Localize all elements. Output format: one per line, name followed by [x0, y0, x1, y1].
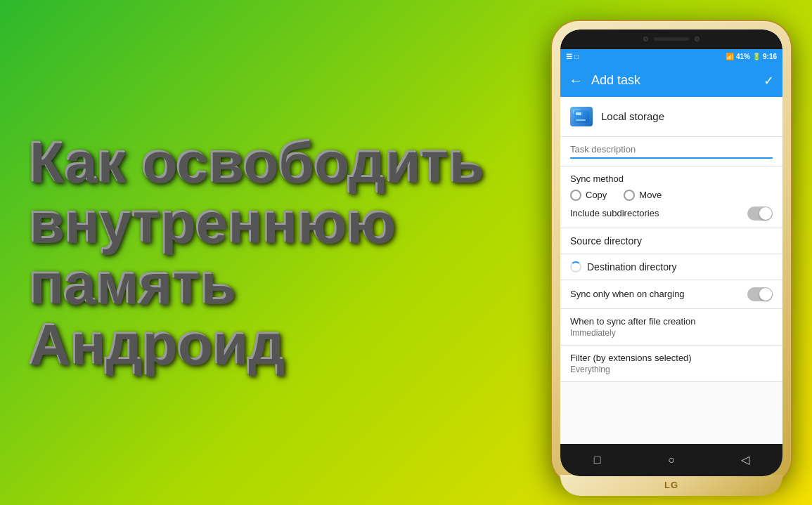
task-description-input[interactable]	[570, 141, 773, 159]
left-text-area: Как освободить внутреннюю память Андроид	[0, 110, 545, 394]
sync-method-title: Sync method	[570, 173, 773, 184]
main-heading: Как освободить внутреннюю память Андроид	[28, 131, 531, 373]
nav-home-button[interactable]: ○	[659, 447, 684, 473]
phone-screen: ☰ □ 📶 41% 🔋 9:16 ← Add task ✓	[560, 29, 782, 476]
when-sync-title: When to sync after file creation	[570, 316, 773, 327]
status-left-icons: ☰ □	[566, 53, 579, 60]
phone-bottom: LG	[560, 475, 782, 496]
sync-charging-label: Sync only when on charging	[570, 289, 685, 299]
subdirectory-label: Include subdirectories	[570, 208, 659, 218]
source-directory-section[interactable]: Source directory	[560, 228, 782, 254]
radio-copy-circle[interactable]	[570, 190, 581, 201]
charging-toggle[interactable]	[747, 287, 773, 301]
local-storage-section: Local storage	[560, 97, 782, 137]
when-sync-value: Immediately	[570, 328, 773, 338]
notification-icon: ☰	[566, 53, 572, 60]
sync-charging-row: Sync only when on charging	[560, 280, 782, 309]
speaker-bar	[654, 37, 689, 41]
loading-spinner-icon	[570, 261, 581, 273]
filter-value: Everything	[570, 365, 773, 374]
nav-back-button[interactable]: ◁	[733, 447, 758, 473]
filter-section[interactable]: Filter (by extensions selected) Everythi…	[560, 346, 782, 382]
back-button[interactable]: ←	[569, 72, 583, 88]
subdirectory-toggle[interactable]	[747, 206, 773, 221]
task-description-section[interactable]	[560, 137, 782, 166]
app-title: Add task	[591, 73, 755, 88]
camera-dot-right	[695, 37, 700, 41]
time-display: 9:16	[763, 53, 777, 60]
app-content: Local storage Sync method Copy	[560, 97, 782, 444]
when-sync-section[interactable]: When to sync after file creation Immedia…	[560, 309, 782, 346]
battery-icon: 🔋	[752, 53, 761, 60]
destination-directory-section[interactable]: Destination directory	[560, 254, 782, 280]
signal-strength: 41%	[736, 53, 750, 60]
radio-move[interactable]: Move	[624, 190, 662, 201]
camera-dot-left	[643, 37, 648, 41]
filter-title: Filter (by extensions selected)	[570, 353, 773, 363]
lg-logo: LG	[664, 480, 678, 490]
navigation-bar: □ ○ ◁	[560, 444, 782, 476]
sync-method-radio-group[interactable]: Copy Move	[570, 190, 773, 201]
phone-camera-bar	[560, 29, 782, 49]
screen-icon: □	[574, 53, 579, 60]
wifi-icon: 📶	[726, 53, 734, 60]
source-directory-label: Source directory	[570, 235, 642, 247]
status-right-info: 📶 41% 🔋 9:16	[726, 53, 777, 60]
destination-directory-label: Destination directory	[587, 261, 677, 273]
local-storage-label: Local storage	[601, 110, 664, 122]
nav-recent-button[interactable]: □	[585, 447, 610, 473]
radio-move-label: Move	[639, 190, 662, 200]
radio-copy-label: Copy	[586, 190, 607, 200]
storage-icon	[570, 107, 593, 126]
confirm-button[interactable]: ✓	[763, 73, 774, 88]
radio-move-circle[interactable]	[624, 190, 635, 201]
sync-method-section: Sync method Copy Move Include subdirecto…	[560, 166, 782, 228]
phone-wrapper: ☰ □ 📶 41% 🔋 9:16 ← Add task ✓	[545, 21, 798, 485]
radio-copy[interactable]: Copy	[570, 190, 607, 201]
phone-device: ☰ □ 📶 41% 🔋 9:16 ← Add task ✓	[552, 21, 791, 485]
status-bar: ☰ □ 📶 41% 🔋 9:16	[560, 49, 782, 65]
subdirectory-row: Include subdirectories	[570, 206, 773, 221]
app-bar: ← Add task ✓	[560, 65, 782, 97]
